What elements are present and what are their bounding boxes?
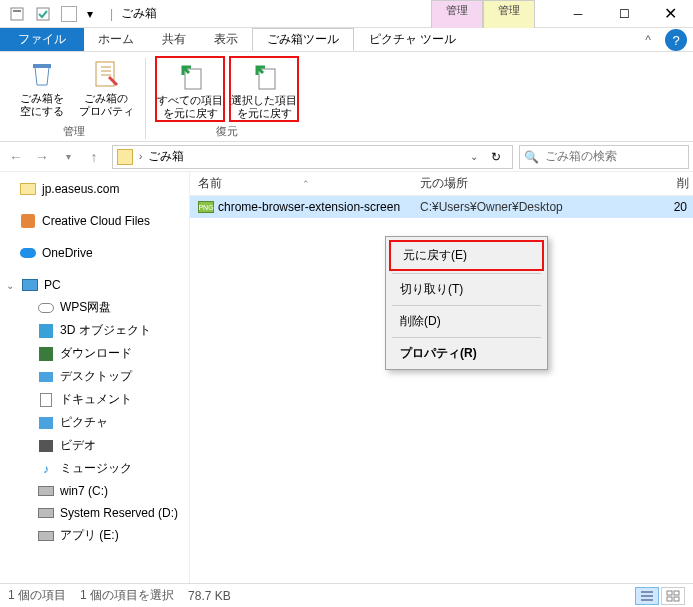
sidebar-item-documents[interactable]: ドキュメント — [0, 388, 189, 411]
ribbon-tab-row: ファイル ホーム 共有 表示 ごみ箱ツール ピクチャ ツール ^ ? — [0, 28, 693, 52]
maximize-button[interactable]: ☐ — [601, 0, 647, 28]
status-bar: 1 個の項目 1 個の項目を選択 78.7 KB — [0, 583, 693, 607]
context-tab-picture[interactable]: 管理 — [483, 0, 535, 28]
ribbon-group-manage: ごみ箱を 空にする ごみ箱の プロパティ 管理 — [6, 56, 142, 141]
svg-rect-10 — [674, 597, 679, 601]
file-list: 名前⌃ 元の場所 削 PNGchrome-browser-extension-s… — [190, 172, 693, 583]
recycle-properties-button[interactable]: ごみ箱の プロパティ — [76, 56, 136, 122]
qat-checkbox-icon[interactable] — [32, 3, 54, 25]
file-row[interactable]: PNGchrome-browser-extension-screen C:¥Us… — [190, 196, 693, 218]
recycle-bin-icon — [117, 149, 133, 165]
qat-folder-icon[interactable] — [58, 3, 80, 25]
tab-picture-tools[interactable]: ピクチャ ツール — [354, 28, 471, 51]
sidebar: jp.easeus.com Creative Cloud Files OneDr… — [0, 172, 190, 583]
svg-rect-4 — [96, 62, 114, 86]
status-selected-count: 1 個の項目を選択 — [80, 587, 174, 604]
sort-indicator-icon: ⌃ — [302, 179, 310, 189]
nav-back-icon[interactable]: ← — [4, 145, 28, 169]
ribbon-group-restore: すべての項目 を元に戻す 選択した項目 を元に戻す 復元 — [149, 56, 305, 141]
restore-selected-button[interactable]: 選択した項目 を元に戻す — [229, 56, 299, 122]
sidebar-item-music[interactable]: ♪ミュージック — [0, 457, 189, 480]
menu-separator — [392, 273, 541, 274]
address-bar[interactable]: › ごみ箱 ⌄ ↻ — [112, 145, 513, 169]
sidebar-item-apps[interactable]: アプリ (E:) — [0, 524, 189, 547]
column-headers[interactable]: 名前⌃ 元の場所 削 — [190, 172, 693, 196]
search-icon: 🔍 — [524, 150, 539, 164]
restore-selected-icon — [248, 60, 280, 92]
sidebar-item-pc[interactable]: ⌄PC — [0, 274, 189, 296]
tab-file[interactable]: ファイル — [0, 28, 84, 51]
view-icons-button[interactable] — [661, 587, 685, 605]
menu-restore[interactable]: 元に戻す(E) — [389, 240, 544, 271]
svg-rect-1 — [13, 10, 21, 12]
chevron-right-icon[interactable]: › — [139, 151, 142, 162]
tab-share[interactable]: 共有 — [148, 28, 200, 51]
close-button[interactable]: ✕ — [647, 0, 693, 28]
sidebar-item-onedrive[interactable]: OneDrive — [0, 242, 189, 264]
window-title-wrap: | ごみ箱 — [110, 5, 157, 22]
contextual-tabs: 管理 管理 — [431, 0, 535, 28]
empty-recycle-button[interactable]: ごみ箱を 空にする — [12, 56, 72, 122]
addr-dropdown-icon[interactable]: ⌄ — [470, 151, 478, 162]
ribbon-collapse-icon[interactable]: ^ — [637, 28, 659, 51]
window-title: ごみ箱 — [121, 5, 157, 22]
menu-properties[interactable]: プロパティ(R) — [388, 340, 545, 367]
svg-rect-2 — [37, 8, 49, 20]
svg-rect-7 — [667, 591, 672, 595]
quick-access-toolbar: ▾ — [0, 3, 102, 25]
minimize-button[interactable]: ─ — [555, 0, 601, 28]
explorer-body: jp.easeus.com Creative Cloud Files OneDr… — [0, 172, 693, 583]
sidebar-item-wps[interactable]: WPS网盘 — [0, 296, 189, 319]
ribbon: ごみ箱を 空にする ごみ箱の プロパティ 管理 すべての項目 を元に戻す 選択し… — [0, 52, 693, 142]
trash-icon — [26, 58, 58, 90]
png-file-icon: PNG — [198, 201, 214, 213]
menu-separator — [392, 337, 541, 338]
sidebar-item-downloads[interactable]: ダウンロード — [0, 342, 189, 365]
svg-rect-0 — [11, 8, 23, 20]
restore-all-icon — [174, 60, 206, 92]
svg-rect-9 — [667, 597, 672, 601]
refresh-icon[interactable]: ↻ — [484, 150, 508, 164]
sidebar-item-3d[interactable]: 3D オブジェクト — [0, 319, 189, 342]
properties-icon — [90, 58, 122, 90]
context-tab-recycle[interactable]: 管理 — [431, 0, 483, 28]
svg-rect-8 — [674, 591, 679, 595]
nav-forward-icon[interactable]: → — [30, 145, 54, 169]
sidebar-item-sysres[interactable]: System Reserved (D:) — [0, 502, 189, 524]
qat-properties-icon[interactable] — [6, 3, 28, 25]
window-controls: ─ ☐ ✕ — [555, 0, 693, 28]
sidebar-item-ccf[interactable]: Creative Cloud Files — [0, 210, 189, 232]
status-item-count: 1 個の項目 — [8, 587, 66, 604]
nav-recent-icon[interactable]: ▾ — [56, 145, 80, 169]
title-bar: ▾ | ごみ箱 管理 管理 ─ ☐ ✕ — [0, 0, 693, 28]
nav-bar: ← → ▾ ↑ › ごみ箱 ⌄ ↻ 🔍 ごみ箱の検索 — [0, 142, 693, 172]
tab-recycle-tools[interactable]: ごみ箱ツール — [252, 28, 354, 51]
svg-rect-3 — [33, 64, 51, 68]
help-icon[interactable]: ? — [665, 29, 687, 51]
qat-dropdown-icon[interactable]: ▾ — [84, 3, 96, 25]
menu-separator — [392, 305, 541, 306]
sidebar-item-easeus[interactable]: jp.easeus.com — [0, 178, 189, 200]
sidebar-item-pictures[interactable]: ピクチャ — [0, 411, 189, 434]
tab-home[interactable]: ホーム — [84, 28, 148, 51]
restore-all-button[interactable]: すべての項目 を元に戻す — [155, 56, 225, 122]
nav-up-icon[interactable]: ↑ — [82, 145, 106, 169]
title-separator: | — [110, 7, 113, 21]
menu-cut[interactable]: 切り取り(T) — [388, 276, 545, 303]
view-details-button[interactable] — [635, 587, 659, 605]
menu-delete[interactable]: 削除(D) — [388, 308, 545, 335]
tab-view[interactable]: 表示 — [200, 28, 252, 51]
sidebar-item-videos[interactable]: ビデオ — [0, 434, 189, 457]
expand-icon[interactable]: ⌄ — [6, 280, 16, 291]
context-menu: 元に戻す(E) 切り取り(T) 削除(D) プロパティ(R) — [385, 236, 548, 370]
sidebar-item-win7[interactable]: win7 (C:) — [0, 480, 189, 502]
search-input[interactable]: 🔍 ごみ箱の検索 — [519, 145, 689, 169]
status-size: 78.7 KB — [188, 589, 231, 603]
sidebar-item-desktop[interactable]: デスクトップ — [0, 365, 189, 388]
breadcrumb[interactable]: ごみ箱 — [148, 148, 184, 165]
